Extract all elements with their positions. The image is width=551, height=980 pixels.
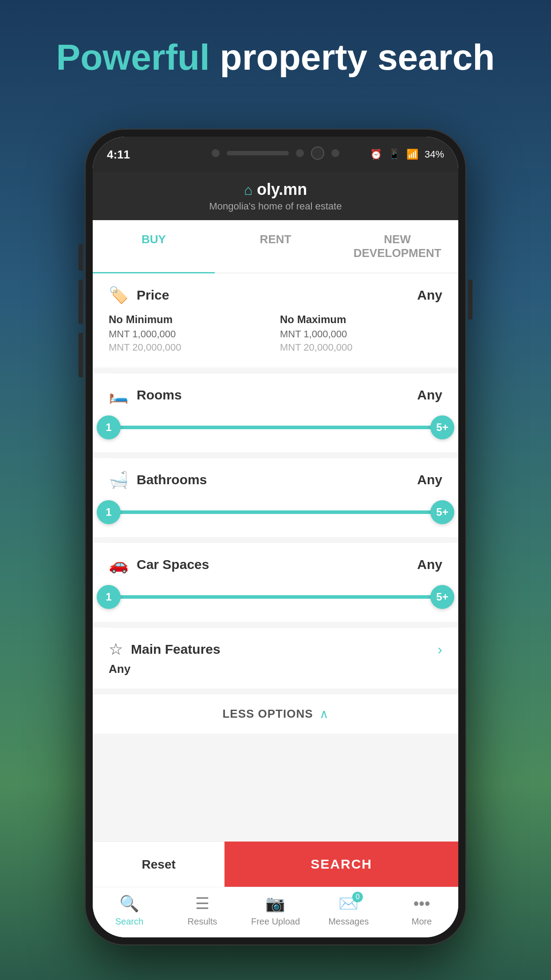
hero-accent: Powerful [56,37,210,77]
reset-button[interactable]: Reset [93,842,224,887]
scroll-content[interactable]: 🏷️ Price Any No Minimum MNT 1,000,000 MN… [93,273,458,842]
price-section: 🏷️ Price Any No Minimum MNT 1,000,000 MN… [93,273,458,368]
price-max-col: No Maximum MNT 1,000,000 MNT 20,000,000 [280,313,442,355]
nav-upload-label: Free Upload [251,917,300,927]
nav-messages[interactable]: ✉️ 0 Messages [312,894,385,927]
car-icon: 🚗 [109,555,129,574]
upload-nav-icon: 📷 [265,894,285,913]
bottom-nav: 🔍 Search ☰ Results 📷 Free Upload ✉️ 0 [93,887,458,937]
search-button[interactable]: SEARCH [224,842,458,887]
price-min-opt2: MNT 20,000,000 [109,342,271,353]
rooms-title: Rooms [137,387,182,403]
price-title-group: 🏷️ Price [109,286,169,304]
rooms-slider[interactable]: 1 5+ [109,413,442,440]
status-time: 4:11 [107,148,130,162]
price-min-label: No Minimum [109,313,271,326]
camera-dot-3 [331,149,339,157]
price-header: 🏷️ Price Any [109,286,442,304]
bathrooms-thumb-max[interactable]: 5+ [430,500,454,524]
less-options-row[interactable]: LESS OPTIONS ∧ [93,694,458,734]
hero-section: Powerful property search [0,36,551,79]
front-camera [311,146,324,160]
car-spaces-title: Car Spaces [137,557,209,572]
alarm-icon: ⏰ [370,149,382,160]
bathrooms-header: 🛁 Bathrooms Any [109,470,442,489]
car-spaces-value: Any [417,557,442,572]
car-spaces-thumb-min[interactable]: 1 [97,585,121,609]
tab-rent[interactable]: RENT [215,220,337,273]
silent-button [79,333,83,377]
nav-results-label: Results [188,917,217,927]
signal-icon: 📶 [406,149,418,160]
chevron-right-icon: › [437,641,442,658]
camera-area [212,146,339,160]
status-bar: 4:11 ⏰ 📱 📶 34% [93,137,458,172]
rooms-value: Any [417,387,442,403]
features-icon: ☆ [109,640,123,659]
rooms-thumb-max[interactable]: 5+ [430,415,454,439]
messages-badge: 0 [352,892,363,902]
battery-text: 34% [425,149,444,160]
price-max-opt2: MNT 20,000,000 [280,342,442,353]
phone-outer: 4:11 ⏰ 📱 📶 34% ⌂ [85,129,466,945]
tab-bar: BUY RENT NEW DEVELOPMENT [93,220,458,273]
tab-buy[interactable]: BUY [93,220,215,273]
bottom-buttons: Reset SEARCH [93,842,458,887]
price-max-label: No Maximum [280,313,442,326]
features-title: Main Features [131,642,220,657]
price-title: Price [137,288,169,303]
rooms-section: 🛏️ Rooms Any 1 5+ [93,373,458,452]
rooms-title-group: 🛏️ Rooms [109,386,182,404]
less-options-text: LESS OPTIONS [222,707,313,721]
bathrooms-value: Any [417,472,442,487]
car-spaces-track: 1 5+ [109,595,442,599]
bathrooms-title-group: 🛁 Bathrooms [109,470,207,489]
phone-frame: 4:11 ⏰ 📱 📶 34% ⌂ [85,129,466,945]
bathrooms-thumb-min[interactable]: 1 [97,500,121,524]
nav-more[interactable]: ••• More [385,894,458,927]
nav-upload[interactable]: 📷 Free Upload [239,894,312,927]
search-nav-icon: 🔍 [119,894,139,913]
tab-new-development[interactable]: NEW DEVELOPMENT [336,220,458,273]
bathrooms-slider[interactable]: 1 5+ [109,498,442,525]
car-spaces-title-group: 🚗 Car Spaces [109,555,209,574]
nav-messages-label: Messages [328,917,369,927]
camera-dot [212,149,220,157]
logo-icon: ⌂ [244,182,252,198]
volume-down-button [79,280,83,324]
power-button [468,280,472,320]
nav-search[interactable]: 🔍 Search [93,894,166,927]
features-title-group: ☆ Main Features [109,640,220,659]
nav-results[interactable]: ☰ Results [166,894,239,927]
price-min-col: No Minimum MNT 1,000,000 MNT 20,000,000 [109,313,271,355]
hero-rest: property search [210,37,495,77]
car-spaces-section: 🚗 Car Spaces Any 1 5+ [93,543,458,622]
nav-more-label: More [412,917,432,927]
features-row: ☆ Main Features › [109,640,442,659]
logo-text: oly.mn [257,180,307,198]
car-spaces-thumb-max[interactable]: 5+ [430,585,454,609]
phone-screen: 4:11 ⏰ 📱 📶 34% ⌂ [93,137,458,937]
car-spaces-slider[interactable]: 1 5+ [109,583,442,609]
features-value: Any [109,662,442,676]
chevron-up-icon: ∧ [319,707,329,721]
rooms-thumb-min[interactable]: 1 [97,415,121,439]
price-min-opt1: MNT 1,000,000 [109,328,271,340]
price-icon: 🏷️ [109,286,129,304]
more-nav-icon: ••• [413,894,430,913]
results-nav-icon: ☰ [195,894,209,913]
status-icons: ⏰ 📱 📶 34% [370,149,444,160]
bathrooms-track: 1 5+ [109,510,442,514]
app-header: ⌂ oly.mn Mongolia's home of real estate [93,172,458,220]
rooms-header: 🛏️ Rooms Any [109,386,442,404]
bathrooms-title: Bathrooms [137,472,207,487]
rooms-track: 1 5+ [109,426,442,429]
nav-search-label: Search [115,917,143,927]
main-features-section[interactable]: ☆ Main Features › Any [93,628,458,688]
messages-badge-container: ✉️ 0 [338,894,358,913]
phone-icon: 📱 [388,149,400,160]
rooms-icon: 🛏️ [109,386,129,404]
volume-up-button [79,244,83,271]
speaker [227,151,289,155]
price-columns: No Minimum MNT 1,000,000 MNT 20,000,000 … [109,313,442,355]
